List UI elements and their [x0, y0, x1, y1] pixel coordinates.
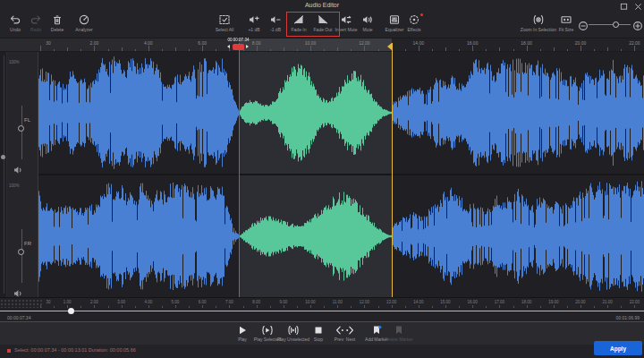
- ruler-time-label: 16.00: [462, 40, 482, 46]
- overview-time-label: 20.00: [571, 300, 590, 304]
- fl-volume-value: 100%: [9, 60, 20, 64]
- ruler-tick: [94, 46, 95, 51]
- overview-time-label: 7.00: [219, 300, 239, 304]
- ruler-tick: [175, 47, 176, 51]
- playhead-right-arrow-icon[interactable]: [246, 45, 249, 48]
- zoom-in-icon: [631, 19, 644, 34]
- ruler-tick: [189, 49, 190, 52]
- ruler-tick: [148, 46, 149, 51]
- ruler-time-label: 22.00: [624, 40, 644, 46]
- ruler-tick: [432, 49, 433, 52]
- overview-time-label: 22.00: [624, 300, 644, 304]
- close-button[interactable]: [632, 1, 644, 11]
- ruler-tick: [67, 47, 68, 51]
- overview-time-label: 9.00: [274, 300, 293, 304]
- ruler-tick: [472, 46, 473, 51]
- overview-time-label: 19.00: [544, 300, 564, 304]
- apply-button[interactable]: Apply: [594, 341, 642, 355]
- ruler-tick: [80, 49, 81, 52]
- ruler-tick: [459, 49, 460, 52]
- zoom-out-button[interactable]: [577, 19, 589, 30]
- overview-time-label: 18.00: [517, 300, 537, 304]
- overview-time-label: 15.00: [436, 300, 455, 304]
- playhead-time-label: 00:00:07.34: [217, 38, 259, 42]
- ruler-tick: [284, 47, 284, 51]
- fl-speaker-icon[interactable]: [13, 163, 25, 174]
- ruler-time-label: 4.00: [139, 40, 158, 46]
- ruler-time-label: 30: [38, 40, 58, 46]
- playhead-line[interactable]: [239, 43, 241, 297]
- analyzer-button[interactable]: Analyzer: [57, 13, 111, 32]
- delete-marker-icon: [374, 324, 424, 336]
- overview-time-label: 1.00: [57, 300, 77, 304]
- overview-time-label: 17.00: [489, 300, 509, 304]
- seekbar-track[interactable]: [0, 311, 644, 311]
- overview-time-label: 10.00: [301, 300, 320, 304]
- ruler-tick: [310, 46, 311, 51]
- effects-button[interactable]: Effects: [387, 13, 441, 32]
- overview-time-label: 2.00: [84, 300, 104, 304]
- audio-editor-window: Audio Editor UndoRedoDeleteAnalyzerSelec…: [0, 0, 644, 358]
- overview-time-label: 11.00: [327, 300, 347, 304]
- playhead-handle[interactable]: [233, 44, 244, 50]
- ruler-tick: [554, 47, 555, 51]
- ruler-time-label: 12.00: [354, 40, 374, 46]
- fr-volume-handle[interactable]: [18, 249, 24, 255]
- overview-time-label: 5.00: [165, 300, 185, 304]
- ruler-tick: [229, 47, 230, 51]
- seekbar-handle[interactable]: [68, 308, 74, 314]
- overview-time-label: 21.00: [597, 300, 617, 304]
- ruler-time-label: 18.00: [517, 40, 537, 46]
- fr-volume-value: 100%: [9, 183, 20, 188]
- playhead-left-arrow-icon[interactable]: [227, 45, 230, 48]
- overview-ruler[interactable]: 301.002.003.004.005.006.007.008.009.0010…: [0, 297, 644, 308]
- ruler-tick: [162, 49, 163, 52]
- notification-badge: [420, 13, 423, 16]
- zoom-in-button[interactable]: [631, 19, 643, 30]
- ruler-tick: [364, 46, 365, 51]
- maximize-button[interactable]: [618, 1, 630, 11]
- zoom-slider[interactable]: [589, 24, 631, 25]
- transport-bar: PlayPlay SelectedPlay UnselectedStopPrev…: [0, 321, 644, 345]
- analyzer-label: Analyzer: [57, 27, 111, 32]
- time-row: 00:00:07.34 00:01:06.99: [0, 314, 644, 321]
- overview-time-label: 13.00: [382, 300, 402, 304]
- ruler-time-label: 6.00: [192, 40, 212, 46]
- ruler-tick: [567, 49, 568, 52]
- channel-separator: [38, 174, 644, 175]
- overview-time-label: 6.00: [192, 300, 212, 304]
- ruler-tick: [594, 49, 595, 52]
- delete-marker-button[interactable]: Delete Marker: [374, 324, 424, 342]
- ruler-tick: [135, 49, 136, 52]
- ruler-tick: [419, 46, 419, 51]
- effects-icon: [387, 13, 441, 25]
- ruler-tick: [337, 47, 338, 51]
- ruler-tick: [108, 49, 109, 52]
- ruler-tick: [445, 47, 446, 51]
- ruler-tick: [499, 47, 500, 51]
- ruler-time-label: 2.00: [84, 40, 104, 46]
- vertical-scrollbar-handle[interactable]: [1, 155, 5, 159]
- ruler-tick: [297, 49, 298, 52]
- maximize-icon: [620, 0, 628, 14]
- ruler-time-label: 20.00: [571, 40, 590, 46]
- ruler-time-label: 10.00: [301, 40, 320, 46]
- fl-volume-handle[interactable]: [18, 125, 24, 132]
- vertical-scrollbar[interactable]: [0, 52, 7, 297]
- window-title: Audio Editor: [0, 2, 644, 8]
- waveform-area: 100% FL 100% FR: [0, 52, 644, 297]
- waveform-canvas-fr[interactable]: [38, 175, 644, 297]
- ruler-time-label: 14.00: [409, 40, 428, 46]
- seekbar[interactable]: [0, 308, 644, 314]
- timeline-ruler[interactable]: 302.004.006.008.0010.0012.0014.0016.0018…: [0, 38, 644, 52]
- fl-volume-slider[interactable]: [21, 106, 22, 159]
- zoom-slider-handle[interactable]: [613, 21, 619, 28]
- fr-volume-slider[interactable]: [21, 229, 22, 283]
- current-time: 00:00:07.34: [7, 315, 30, 320]
- waveform-canvas-fl[interactable]: [38, 52, 644, 174]
- fr-speaker-icon[interactable]: [13, 286, 25, 297]
- ruler-tick: [607, 47, 608, 51]
- ruler-tick: [40, 46, 41, 51]
- selection-end-line[interactable]: [392, 43, 394, 297]
- ruler-tick: [527, 46, 528, 51]
